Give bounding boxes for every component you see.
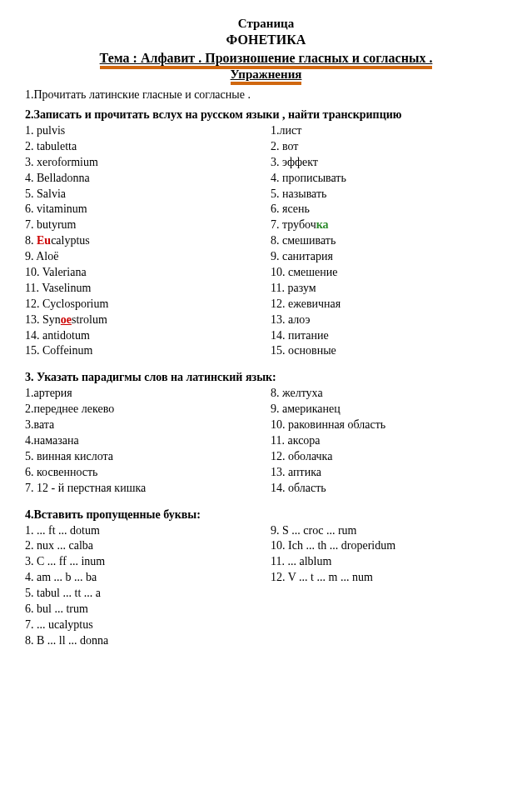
- list-item: 12. оболачка: [271, 449, 507, 465]
- list-4: 1. ... ft ... dotum 2. nux ... calba 3. …: [25, 523, 507, 649]
- list-item: 7. butyrum: [25, 218, 271, 233]
- list-item: 13. аптика: [271, 465, 507, 481]
- list-item: 2.переднее лекево: [25, 402, 271, 418]
- list-item: 4. Belladonna: [25, 171, 271, 187]
- list-item: 5. называть: [271, 187, 507, 202]
- list-item: 11. ... alblum: [271, 554, 507, 570]
- list-item: 2. nux ... calba: [25, 538, 271, 554]
- task-2: 2.Записать и прочитать вслух на русском …: [25, 108, 507, 122]
- list-item: 1. pulvis: [25, 123, 271, 139]
- task-3: 3. Указать парадигмы слов на латинский я…: [25, 371, 507, 384]
- list-item: 9. Aloё: [25, 249, 271, 265]
- list-item: 10. Valeriana: [25, 265, 271, 281]
- list-item: 1.лист: [271, 123, 507, 139]
- list-item: 2. tabuletta: [25, 139, 271, 155]
- list-item: 13. Synoestrolum: [25, 312, 271, 328]
- list-item: 13. алоэ: [271, 312, 507, 328]
- list-item: 10. смешение: [271, 265, 507, 281]
- list-item: 10. Ich ... th ... droperidum: [271, 538, 507, 554]
- list-item: 3. xeroformium: [25, 155, 271, 171]
- list-item: 15. Coffeinum: [25, 343, 271, 359]
- list-item: 6. ясень: [271, 202, 507, 218]
- list-item: 9. S ... croc ... rum: [271, 523, 507, 539]
- list-item: 6. косвенность: [25, 465, 271, 481]
- list-item: 2. вот: [271, 139, 507, 155]
- list-item: 3. эффект: [271, 155, 507, 171]
- list-item: 15. основные: [271, 343, 507, 359]
- list-item: 7. трубочка: [271, 218, 507, 233]
- list-item: 3. C ... ff ... inum: [25, 554, 271, 570]
- list-item: 8. желтуха: [271, 386, 507, 402]
- list-item: 7. ... ucalyptus: [25, 618, 271, 633]
- topic-heading: Тема : Алфавит . Произношение гласных и …: [25, 51, 507, 66]
- list-item: 8. Eucalyptus: [25, 233, 271, 249]
- list-item: 5. Salvia: [25, 187, 271, 202]
- task-4: 4.Вставить пропущенные буквы:: [25, 508, 507, 522]
- list-1: 1. pulvis 2. tabuletta 3. xeroformium 4.…: [25, 123, 507, 359]
- sub-heading: Упражнения: [25, 68, 507, 82]
- list-item: 1. ... ft ... dotum: [25, 523, 271, 539]
- list-item: 9. американец: [271, 402, 507, 418]
- list-item: 12. Cyclosporium: [25, 297, 271, 312]
- section-heading: ФОНЕТИКА: [25, 32, 507, 48]
- list-item: 4. am ... b ... ba: [25, 570, 271, 586]
- list-item: 8. смешивать: [271, 233, 507, 249]
- list-item: 4.намазана: [25, 433, 271, 449]
- list-item: 14. antidotum: [25, 328, 271, 344]
- list-item: 6. bul ... trum: [25, 602, 271, 618]
- task-1: 1.Прочитать латинские гласные и согласны…: [25, 88, 507, 102]
- list-item: 3.вата: [25, 418, 271, 433]
- list-item: 5. tabul ... tt ... a: [25, 586, 271, 602]
- list-item: 14. питание: [271, 328, 507, 344]
- list-item: 4. прописывать: [271, 171, 507, 187]
- list-item: 9. санитария: [271, 249, 507, 265]
- list-item: 10. раковинная область: [271, 418, 507, 433]
- list-item: 11. Vaselinum: [25, 281, 271, 297]
- list-item: 8. B ... ll ... donna: [25, 633, 271, 649]
- list-item: 1.артерия: [25, 386, 271, 402]
- list-item: 14. область: [271, 481, 507, 497]
- list-item: 11. аксора: [271, 433, 507, 449]
- list-item: 11. разум: [271, 281, 507, 297]
- list-item: 12. ежевичная: [271, 297, 507, 312]
- list-3: 1.артерия 2.переднее лекево 3.вата 4.нам…: [25, 386, 507, 496]
- list-item: 6. vitaminum: [25, 202, 271, 218]
- list-item: 12. V ... t ... m ... num: [271, 570, 507, 586]
- page-heading: Страница: [25, 17, 507, 31]
- list-item: 5. винная кислота: [25, 449, 271, 465]
- list-item: 7. 12 - й перстная кишка: [25, 481, 271, 497]
